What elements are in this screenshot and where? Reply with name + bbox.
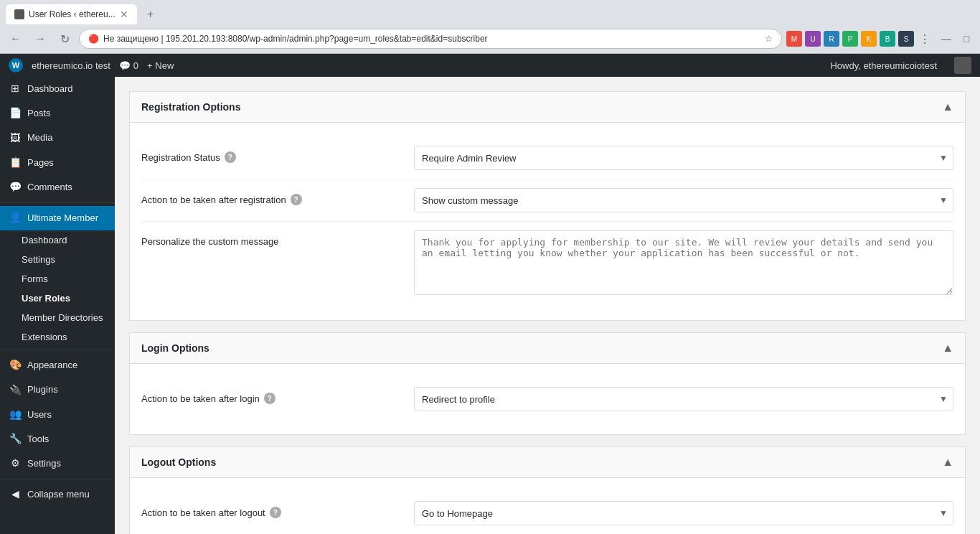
registration-status-select[interactable]: Require Admin Review Public Approval Req… xyxy=(414,146,953,170)
registration-status-help-icon[interactable]: ? xyxy=(225,151,236,163)
back-button[interactable]: ← xyxy=(6,29,26,49)
action-after-reg-help-icon[interactable]: ? xyxy=(291,194,302,205)
sidebar-sub-item-um-dashboard[interactable]: Dashboard xyxy=(0,230,115,250)
sidebar-item-users[interactable]: 👥 Users xyxy=(0,403,115,427)
url-bar[interactable]: 🔴 Не защищено | 195.201.20.193:8080/wp-a… xyxy=(79,29,782,49)
action-after-logout-row: Action to be taken after logout ? Go to … xyxy=(141,492,953,534)
ext-icon-5[interactable]: K xyxy=(861,31,877,47)
media-icon: 🖼 xyxy=(9,131,22,144)
registration-status-label: Registration Status ? xyxy=(141,146,414,163)
registration-options-toggle[interactable]: ▲ xyxy=(942,100,953,113)
sidebar-comments-label: Comments xyxy=(27,181,72,194)
sidebar-media-label: Media xyxy=(27,131,52,144)
action-after-login-select-wrapper: Redirect to profile Go to Homepage Redir… xyxy=(414,387,953,411)
action-after-reg-row: Action to be taken after registration ? … xyxy=(141,179,953,222)
tab-close-button[interactable]: ✕ xyxy=(120,9,128,20)
personalize-message-row: Personalize the custom message xyxy=(141,222,953,306)
action-after-logout-select[interactable]: Go to Homepage Redirect to URL xyxy=(414,501,953,525)
um-forms-label: Forms xyxy=(22,273,48,284)
logout-options-toggle[interactable]: ▲ xyxy=(942,456,953,469)
ext-icon-2[interactable]: U xyxy=(805,31,821,47)
sidebar-tools-label: Tools xyxy=(27,433,49,446)
new-tab-button[interactable]: + xyxy=(140,4,161,24)
admin-bar-new[interactable]: + New xyxy=(147,60,174,71)
ext-icon-7[interactable]: S xyxy=(898,31,914,47)
wp-logo[interactable]: W xyxy=(9,58,23,72)
login-options-panel: Login Options ▲ Action to be taken after… xyxy=(129,332,966,435)
personalize-message-control xyxy=(414,230,953,297)
browser-extensions: M U R P K B S ⋮ xyxy=(786,31,933,47)
action-after-logout-help-icon[interactable]: ? xyxy=(270,507,281,518)
admin-bar-left: W ethereumico.io test 💬 0 + New xyxy=(9,58,819,72)
sidebar-item-tools[interactable]: 🔧 Tools xyxy=(0,427,115,451)
comment-icon: 💬 xyxy=(119,60,131,71)
registration-status-select-wrapper: Require Admin Review Public Approval Req… xyxy=(414,146,953,170)
minimize-button[interactable]: — xyxy=(938,31,954,47)
registration-status-control: Require Admin Review Public Approval Req… xyxy=(414,146,953,170)
sidebar-item-ultimate-member[interactable]: 👤 Ultimate Member xyxy=(0,206,115,230)
comments-icon: 💬 xyxy=(9,181,22,194)
site-name[interactable]: ethereumico.io test xyxy=(32,60,110,71)
action-after-reg-select-wrapper: Show custom message Redirect to profile … xyxy=(414,188,953,212)
action-after-logout-control: Go to Homepage Redirect to URL ▼ xyxy=(414,501,953,525)
bookmark-icon[interactable]: ☆ xyxy=(765,34,773,44)
sidebar-sub-item-um-user-roles[interactable]: User Roles xyxy=(0,289,115,308)
login-options-toggle[interactable]: ▲ xyxy=(942,342,953,355)
tab-title: User Roles ‹ ethereu... xyxy=(29,9,116,19)
um-user-roles-label: User Roles xyxy=(22,293,70,304)
sidebar-settings-label: Settings xyxy=(27,457,61,470)
sidebar-appearance-label: Appearance xyxy=(27,359,77,372)
sidebar-sub-item-um-extensions[interactable]: Extensions xyxy=(0,327,115,347)
sidebar-sub-item-um-forms[interactable]: Forms xyxy=(0,269,115,289)
ext-icon-6[interactable]: B xyxy=(880,31,895,47)
ext-icon-4[interactable]: P xyxy=(842,31,858,47)
sidebar-item-comments[interactable]: 💬 Comments xyxy=(0,175,115,200)
um-member-dirs-label: Member Directories xyxy=(22,312,103,323)
action-after-reg-select[interactable]: Show custom message Redirect to profile … xyxy=(414,188,953,212)
wp-layout: ⊞ Dashboard 📄 Posts 🖼 Media 📋 Pages 💬 Co… xyxy=(0,77,980,534)
sidebar-sub-item-um-settings[interactable]: Settings xyxy=(0,250,115,269)
pages-icon: 📋 xyxy=(9,156,22,169)
ext-icon-3[interactable]: R xyxy=(824,31,839,47)
sidebar-item-appearance[interactable]: 🎨 Appearance xyxy=(0,353,115,378)
personalize-message-label: Personalize the custom message xyxy=(141,230,414,247)
registration-options-title: Registration Options xyxy=(141,101,240,113)
appearance-icon: 🎨 xyxy=(9,359,22,372)
sidebar-item-settings[interactable]: ⚙ Settings xyxy=(0,451,115,476)
action-after-login-label: Action to be taken after login ? xyxy=(141,387,414,404)
login-options-header: Login Options ▲ xyxy=(130,333,965,364)
main-content: Registration Options ▲ Registration Stat… xyxy=(115,77,980,534)
sidebar-sub-item-um-member-dirs[interactable]: Member Directories xyxy=(0,308,115,327)
forward-button[interactable]: → xyxy=(30,29,50,49)
sidebar-users-label: Users xyxy=(27,408,52,421)
browser-tab[interactable]: User Roles ‹ ethereu... ✕ xyxy=(6,4,137,24)
more-extensions-button[interactable]: ⋮ xyxy=(917,31,933,47)
ext-icon-1[interactable]: M xyxy=(786,31,802,47)
registration-options-header: Registration Options ▲ xyxy=(130,92,965,123)
address-bar-row: ← → ↻ 🔴 Не защищено | 195.201.20.193:808… xyxy=(0,24,980,53)
sidebar-menu: ⊞ Dashboard 📄 Posts 🖼 Media 📋 Pages 💬 Co… xyxy=(0,77,115,507)
sidebar-item-dashboard[interactable]: ⊞ Dashboard xyxy=(0,77,115,101)
login-options-title: Login Options xyxy=(141,342,209,354)
action-after-login-help-icon[interactable]: ? xyxy=(264,393,275,404)
personalize-message-textarea[interactable] xyxy=(414,230,953,295)
login-options-body: Action to be taken after login ? Redirec… xyxy=(130,364,965,434)
sidebar-item-pages[interactable]: 📋 Pages xyxy=(0,151,115,175)
sidebar-item-posts[interactable]: 📄 Posts xyxy=(0,101,115,126)
sidebar-separator-1 xyxy=(0,202,115,203)
logout-options-body: Action to be taken after logout ? Go to … xyxy=(130,478,965,534)
sidebar-item-collapse[interactable]: ◀ Collapse menu xyxy=(0,482,115,507)
sidebar-separator-2 xyxy=(0,350,115,350)
new-label: + New xyxy=(147,60,174,71)
admin-bar-comments[interactable]: 💬 0 xyxy=(119,60,138,71)
admin-avatar[interactable] xyxy=(954,57,971,74)
action-after-logout-label: Action to be taken after logout ? xyxy=(141,501,414,518)
logout-options-header: Logout Options ▲ xyxy=(130,447,965,478)
sidebar-item-media[interactable]: 🖼 Media xyxy=(0,126,115,150)
sidebar-item-plugins[interactable]: 🔌 Plugins xyxy=(0,378,115,402)
refresh-button[interactable]: ↻ xyxy=(55,29,75,49)
sidebar-collapse-label: Collapse menu xyxy=(27,488,90,501)
maximize-button[interactable]: □ xyxy=(958,31,974,47)
sidebar: ⊞ Dashboard 📄 Posts 🖼 Media 📋 Pages 💬 Co… xyxy=(0,77,115,534)
action-after-login-select[interactable]: Redirect to profile Go to Homepage Redir… xyxy=(414,387,953,411)
